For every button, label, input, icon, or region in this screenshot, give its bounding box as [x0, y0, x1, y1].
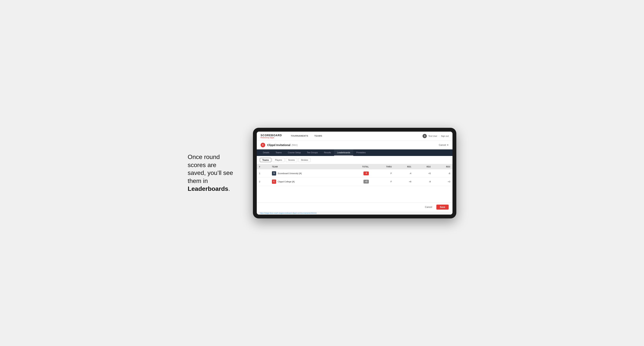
desc-line2: scores are [188, 162, 216, 169]
rd2-1: +5 [414, 169, 433, 177]
leaderboard-table: # TEAM TOTAL THRU RD1 RD2 RD3 1 [257, 164, 452, 186]
modal-footer: Cancel Save [257, 202, 452, 211]
subtab-scores[interactable]: Scores [286, 158, 297, 162]
tab-results[interactable]: Results [321, 150, 334, 156]
nav-links: TOURNAMENTS TEAMS [288, 132, 422, 141]
left-description: Once round scores are saved, you’ll see … [188, 153, 242, 193]
team-label-1: Scoreboard University [A] [278, 172, 302, 174]
subtab-strokes[interactable]: Strokes [298, 158, 310, 162]
status-bar: https://stage-blue-coach.stagescoreboard… [257, 211, 452, 215]
tournament-title: Clippd Invitational [267, 144, 290, 147]
tab-printables[interactable]: Printables [353, 150, 369, 156]
table-row: 2 C Clippd College [A] +3 F [257, 177, 452, 186]
team-name-2: C Clippd College [A] [270, 177, 346, 186]
team-label-2: Clippd College [A] [278, 180, 294, 183]
tournament-type: (Men) [292, 144, 298, 146]
nav-right: S Test User | Sign out [422, 134, 449, 138]
rank-1: 1 [257, 169, 270, 177]
team-name-1: S Scoreboard University [A] [270, 169, 346, 177]
tab-details[interactable]: Details [260, 150, 272, 156]
col-rd3: RD3 [433, 164, 452, 169]
total-2: +3 [346, 177, 371, 186]
tab-teams[interactable]: Teams [272, 150, 285, 156]
rd2-2: -8 [414, 177, 433, 186]
team-logo-2: C [272, 179, 276, 184]
thru-1: F [371, 169, 394, 177]
col-rd1: RD1 [394, 164, 414, 169]
tab-leaderboards[interactable]: Leaderboards [334, 150, 353, 156]
tab-tee-groups[interactable]: Tee Groups [304, 150, 321, 156]
tab-bar: Details Teams Course Setup Tee Groups Re… [257, 150, 452, 156]
table-row: 1 S Scoreboard University [A] -5 F [257, 169, 452, 177]
rd3-1: -6 [433, 169, 452, 177]
avatar: S [422, 134, 427, 138]
status-url: https://stage-blue-coach.stagescoreboard… [260, 212, 317, 214]
tournament-icon: C [260, 143, 265, 147]
tablet-screen: SCOREBOARD Powered by clippd TOURNAMENTS… [257, 132, 452, 215]
nav-divider: | [439, 135, 440, 137]
rank-2: 2 [257, 177, 270, 186]
rd3-2: +3 [433, 177, 452, 186]
subtab-players[interactable]: Players [272, 158, 284, 162]
page-wrapper: Once round scores are saved, you’ll see … [188, 128, 456, 218]
total-1: -5 [346, 169, 371, 177]
subtab-teams[interactable]: Teams [260, 158, 271, 162]
logo-text: SCOREBOARD [260, 134, 282, 137]
desc-line1: Once round [188, 154, 220, 160]
nav-teams[interactable]: TEAMS [311, 132, 325, 141]
col-total: TOTAL [346, 164, 371, 169]
desc-line5: Leaderboards [188, 185, 228, 192]
desc-period: . [228, 185, 230, 192]
desc-line4: them in [188, 177, 208, 184]
content-area: # TEAM TOTAL THRU RD1 RD2 RD3 1 [257, 164, 452, 202]
rd1-2: +8 [394, 177, 414, 186]
score-badge-2: +3 [364, 180, 369, 183]
col-thru: THRU [371, 164, 394, 169]
sign-out-link[interactable]: Sign out [441, 135, 449, 137]
powered-by: Powered by clippd [260, 137, 282, 139]
col-rd2: RD2 [414, 164, 433, 169]
score-badge-1: -5 [364, 172, 369, 175]
tab-course-setup[interactable]: Course Setup [285, 150, 304, 156]
team-logo-1: S [272, 171, 276, 175]
logo-area: SCOREBOARD Powered by clippd [260, 134, 282, 139]
nav-tournaments[interactable]: TOURNAMENTS [288, 132, 311, 141]
cancel-button[interactable]: Cancel [423, 205, 434, 210]
rd1-1: -4 [394, 169, 414, 177]
sub-tab-bar: Teams Players Scores Strokes [257, 156, 452, 164]
top-nav: SCOREBOARD Powered by clippd TOURNAMENTS… [257, 132, 452, 141]
tablet-frame: SCOREBOARD Powered by clippd TOURNAMENTS… [253, 128, 456, 218]
save-button[interactable]: Save [436, 205, 449, 210]
thru-2: F [371, 177, 394, 186]
user-name: Test User [428, 135, 437, 137]
col-rank: # [257, 164, 270, 169]
desc-line3: saved, you’ll see [188, 169, 233, 176]
table-header-row: # TEAM TOTAL THRU RD1 RD2 RD3 [257, 164, 452, 169]
tournament-cancel-button[interactable]: Cancel ✕ [439, 144, 449, 146]
tournament-header: C Clippd Invitational (Men) Cancel ✕ [257, 141, 452, 150]
col-team: TEAM [270, 164, 346, 169]
